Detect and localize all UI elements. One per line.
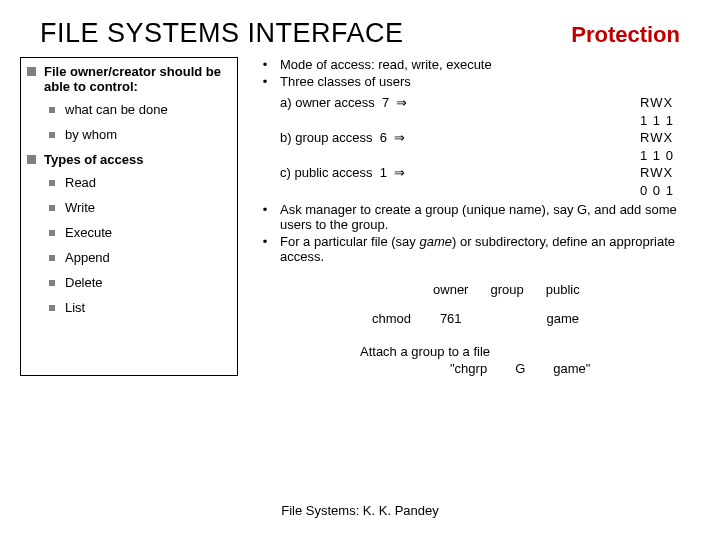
left-panel: File owner/creator should be able to con… bbox=[20, 57, 238, 376]
group-rwx: RWX bbox=[640, 130, 700, 146]
arrow-icon: ⇒ bbox=[394, 165, 405, 180]
owner-access-label: a) owner access bbox=[280, 95, 375, 110]
mode-of-access: Mode of access: read, write, execute bbox=[280, 57, 492, 72]
chgrp-group: G bbox=[515, 361, 525, 376]
right-panel: •Mode of access: read, write, execute •T… bbox=[238, 57, 700, 376]
public-rwx: RWX bbox=[640, 165, 700, 181]
bullet-icon: • bbox=[263, 57, 268, 72]
square-bullet-icon bbox=[27, 67, 36, 76]
owner-bits: 1 1 1 bbox=[640, 113, 700, 128]
chmod-cmd: chmod bbox=[362, 309, 421, 328]
page-title: FILE SYSTEMS INTERFACE bbox=[40, 18, 404, 49]
owner-rwx: RWX bbox=[640, 95, 700, 111]
public-access-label: c) public access bbox=[280, 165, 372, 180]
type-list: List bbox=[65, 300, 85, 315]
type-execute: Execute bbox=[65, 225, 112, 240]
small-bullet-icon bbox=[49, 305, 55, 311]
bullet-icon: • bbox=[263, 74, 268, 89]
footer-text: File Systems: K. K. Pandey bbox=[0, 503, 720, 518]
type-append: Append bbox=[65, 250, 110, 265]
type-write: Write bbox=[65, 200, 95, 215]
col-group: group bbox=[480, 280, 533, 299]
section-title: Protection bbox=[571, 22, 690, 48]
particular-file-text: For a particular file (say game) or subd… bbox=[280, 234, 700, 264]
sub-what: what can be done bbox=[65, 102, 168, 117]
col-owner: owner bbox=[423, 280, 478, 299]
left-item-control: File owner/creator should be able to con… bbox=[44, 64, 231, 94]
chmod-file: game bbox=[536, 309, 590, 328]
bullet-icon: • bbox=[263, 234, 268, 249]
small-bullet-icon bbox=[49, 132, 55, 138]
chgrp-cmd: "chgrp bbox=[450, 361, 487, 376]
chgrp-row: "chgrp G game" bbox=[250, 361, 700, 376]
public-access-num: 1 bbox=[380, 165, 387, 180]
public-bits: 0 0 1 bbox=[640, 183, 700, 198]
small-bullet-icon bbox=[49, 255, 55, 261]
small-bullet-icon bbox=[49, 280, 55, 286]
col-public: public bbox=[536, 280, 590, 299]
type-read: Read bbox=[65, 175, 96, 190]
small-bullet-icon bbox=[49, 205, 55, 211]
chmod-mode: 761 bbox=[423, 309, 478, 328]
arrow-icon: ⇒ bbox=[396, 95, 407, 110]
owner-access-num: 7 bbox=[382, 95, 389, 110]
left-item-types: Types of access bbox=[44, 152, 143, 167]
type-delete: Delete bbox=[65, 275, 103, 290]
arrow-icon: ⇒ bbox=[394, 130, 405, 145]
group-bits: 1 1 0 bbox=[640, 148, 700, 163]
small-bullet-icon bbox=[49, 180, 55, 186]
bullet-icon: • bbox=[263, 202, 268, 217]
small-bullet-icon bbox=[49, 230, 55, 236]
group-access-num: 6 bbox=[380, 130, 387, 145]
three-classes: Three classes of users bbox=[280, 74, 411, 89]
ask-manager-text: Ask manager to create a group (unique na… bbox=[280, 202, 700, 232]
chgrp-file: game" bbox=[553, 361, 590, 376]
group-access-label: b) group access bbox=[280, 130, 373, 145]
small-bullet-icon bbox=[49, 107, 55, 113]
sub-whom: by whom bbox=[65, 127, 117, 142]
permission-table: owner group public chmod 761 game bbox=[360, 278, 592, 330]
attach-group-text: Attach a group to a file bbox=[360, 344, 700, 359]
square-bullet-icon bbox=[27, 155, 36, 164]
